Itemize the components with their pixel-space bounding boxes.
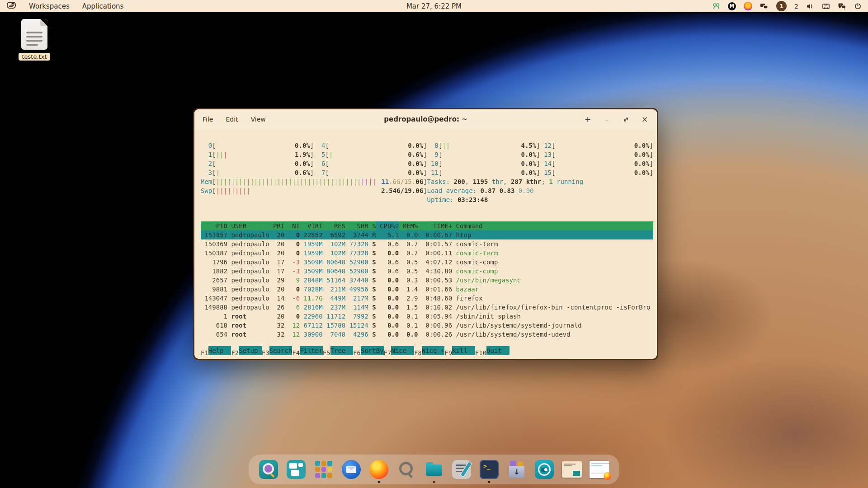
volume-icon[interactable] [806, 3, 814, 10]
column-header-command[interactable]: Command [452, 221, 653, 230]
dock-text-editor[interactable] [452, 460, 472, 479]
dock-search[interactable] [396, 460, 416, 479]
dock-firefox[interactable] [369, 460, 389, 479]
cpu-meter-14: 14[0.0%] [540, 159, 653, 168]
uptime-line: Uptime: 03:23:48 [427, 195, 654, 204]
tasks-line: Tasks: 200, 1195 thr, 287 kthr; 1 runnin… [427, 177, 654, 186]
column-header-ni[interactable]: NI [284, 221, 300, 230]
process-row[interactable]: 143047pedropaulo14-611.7G449M217MS0.02.9… [201, 294, 653, 303]
close-button[interactable]: × [641, 115, 649, 123]
cpu-meter-7: 7[0.0%] [314, 168, 427, 177]
column-header-shr[interactable]: SHR [345, 221, 368, 230]
workspaces-menu[interactable]: Workspaces [29, 2, 70, 10]
titlebar[interactable]: File Edit View pedropaulo@pedro: ~ + – × [194, 109, 657, 129]
dock-store[interactable]: ↓ [507, 460, 527, 479]
power-icon[interactable] [854, 2, 862, 10]
process-row[interactable]: 151857pedropaulo2002255265923744R5.10.00… [201, 230, 653, 239]
cpu-meter-8: 8[||4.5%] [427, 141, 540, 150]
cpu-left: 0[0.0%]4[0.0%]1[|||1.9%]5[|0.6%]2[0.0%]6… [201, 141, 427, 177]
process-row[interactable]: 9881pedropaulo2007028M211M49956S0.01.40:… [201, 285, 653, 294]
column-header-user[interactable]: USER [227, 221, 269, 230]
applications-menu[interactable]: Applications [82, 2, 124, 10]
workspace-2-label[interactable]: 2 [794, 3, 798, 10]
dock-window-tiles[interactable] [286, 460, 306, 479]
desktop-file-teste[interactable]: teste.txt [14, 19, 55, 61]
files-folder-icon [425, 460, 443, 479]
minimize-button[interactable]: – [603, 115, 611, 123]
cpu-meter-1: 1[|||1.9%] [201, 150, 314, 159]
network-icon[interactable] [822, 3, 830, 10]
fkey-F6[interactable]: F6SortBy [353, 346, 383, 355]
flame-tray-icon[interactable] [744, 2, 752, 10]
column-header-virt[interactable]: VIRT [300, 221, 323, 230]
text-editor-icon [452, 460, 471, 479]
cpu-meter-9: 9[0.0%] [427, 150, 540, 159]
column-header-time[interactable]: TIME+ [418, 221, 452, 230]
new-tab-button[interactable]: + [584, 115, 592, 123]
htop-tabs: Main I/O [201, 212, 653, 221]
terminal-icon: >_ [480, 460, 499, 479]
dock: >_ ↓ [249, 455, 619, 484]
column-header-pri[interactable]: PRI [269, 221, 285, 230]
dock-settings[interactable] [534, 460, 554, 479]
column-header-res[interactable]: RES [323, 221, 346, 230]
dock-thunderbird[interactable] [341, 460, 361, 479]
maximize-button[interactable] [622, 115, 630, 123]
column-header-cpu[interactable]: CPU%▽ [376, 221, 399, 230]
cosmic-logo-icon[interactable] [6, 1, 16, 12]
window-preview-terminal[interactable] [562, 460, 582, 479]
process-row[interactable]: 2657pedropaulo2992848M5116437440S0.00.30… [201, 276, 653, 285]
process-header: PIDUSERPRINIVIRTRESSHRSCPU%▽MEM%TIME+Com… [201, 221, 653, 230]
fkey-F1[interactable]: F1Help [201, 346, 231, 355]
fkey-F5[interactable]: F5Tree [323, 346, 353, 355]
fkey-bar: F1HelpF2SetupF3SearchF4FilterF5TreeF6Sor… [201, 346, 653, 355]
htop-screen: 0[0.0%]4[0.0%]1[|||1.9%]5[|0.6%]2[0.0%]6… [194, 129, 657, 359]
fkey-F2[interactable]: F2Setup [231, 346, 261, 355]
desktop-file-label: teste.txt [19, 53, 51, 61]
cpu-meter-11: 11[0.0%] [427, 168, 540, 177]
cpu-meter-13: 13[0.0%] [540, 150, 653, 159]
process-row[interactable]: 150387pedropaulo2001959M102M77328S0.00.7… [201, 249, 653, 258]
displays-tray-icon[interactable] [760, 3, 769, 10]
workspace-1-badge[interactable]: 1 [776, 1, 787, 11]
menu-edit[interactable]: Edit [226, 116, 238, 123]
menu-view[interactable]: View [251, 116, 266, 123]
m-badge-tray-icon[interactable]: M [728, 2, 736, 10]
menu-file[interactable]: File [203, 116, 213, 123]
fkey-F7[interactable]: F7Nice - [384, 346, 414, 355]
process-row[interactable]: 150369pedropaulo2001959M102M77328S0.60.7… [201, 239, 653, 249]
clock[interactable]: Mar 27, 6:22 PM [406, 2, 462, 10]
fkey-F3[interactable]: F3Search [262, 346, 292, 355]
dock-files[interactable] [424, 460, 444, 479]
cpu-meter-5: 5[|0.6%] [314, 150, 427, 159]
dock-launcher[interactable] [259, 460, 278, 479]
process-row[interactable]: 149888pedropaulo2662816M237M114MS0.01.50… [201, 303, 653, 312]
text-file-icon [21, 19, 47, 50]
notifications-icon[interactable] [838, 3, 846, 10]
process-row[interactable]: 1796pedropaulo17-33509M8064852900S0.60.5… [201, 258, 653, 267]
cpu-meter-12: 12[0.0%] [540, 141, 653, 150]
firefox-preview-thumbnail [590, 461, 609, 478]
column-header-pid[interactable]: PID [201, 221, 227, 230]
mem-meter: Mem[||||||||||||||||||||||||||||||||||||… [201, 177, 427, 186]
window-preview-firefox[interactable] [590, 460, 609, 479]
cpu-meter-6: 6[0.0%] [314, 159, 427, 168]
dock-app-library[interactable] [314, 460, 334, 479]
process-rows: 151857pedropaulo2002255265923744R5.10.00… [201, 230, 653, 339]
fkey-F4[interactable]: F4Filter [292, 346, 322, 355]
fkey-F9[interactable]: F9Kill [444, 346, 475, 355]
column-header-s[interactable]: S [368, 221, 376, 230]
fkey-F10[interactable]: F10Quit [475, 346, 509, 355]
cpu-meter-15: 15[0.0%] [540, 168, 653, 177]
cpu-meter-0: 0[0.0%] [201, 141, 314, 150]
process-row[interactable]: 618root3212671121578815124S0.00.10:00.96… [201, 321, 653, 330]
process-row[interactable]: 654root32123090070484296S0.00.00:00.26/u… [201, 330, 653, 339]
settings-icon [535, 460, 554, 479]
megasync-tray-icon[interactable] [712, 2, 720, 10]
dock-terminal[interactable]: >_ [479, 460, 499, 479]
fkey-F8[interactable]: F8Nice + [414, 346, 444, 355]
process-row[interactable]: 1882pedropaulo17-33509M8064852900S0.60.5… [201, 267, 653, 276]
launcher-icon [259, 460, 278, 479]
column-header-mem[interactable]: MEM% [399, 221, 418, 230]
process-row[interactable]: 1root20022960117127992S0.00.10:05.94/sbi… [201, 312, 653, 321]
